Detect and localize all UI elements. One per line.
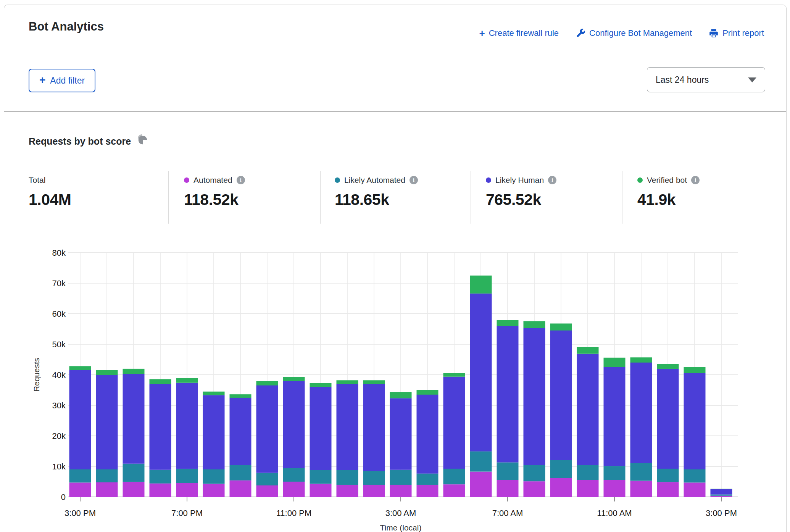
- bar-segment-likely-automated[interactable]: [96, 469, 118, 482]
- bar-segment-likely-human[interactable]: [96, 375, 118, 469]
- bar-segment-automated[interactable]: [283, 482, 305, 497]
- bar-segment-likely-automated[interactable]: [176, 469, 198, 483]
- bar-segment-verified-bot[interactable]: [363, 380, 385, 384]
- bar-segment-likely-automated[interactable]: [711, 495, 732, 496]
- bar-segment-verified-bot[interactable]: [123, 369, 145, 374]
- bar-segment-automated[interactable]: [390, 485, 412, 497]
- bar-segment-likely-automated[interactable]: [684, 469, 706, 482]
- bar-segment-verified-bot[interactable]: [230, 394, 252, 398]
- bar-segment-likely-automated[interactable]: [337, 470, 358, 485]
- bar-segment-likely-automated[interactable]: [657, 469, 679, 482]
- bar-segment-likely-automated[interactable]: [577, 465, 599, 480]
- bar-segment-likely-human[interactable]: [230, 398, 252, 465]
- bar-segment-verified-bot[interactable]: [604, 358, 626, 367]
- bar-segment-verified-bot[interactable]: [630, 357, 652, 363]
- bar-segment-likely-human[interactable]: [684, 373, 706, 469]
- bar-segment-likely-automated[interactable]: [550, 460, 572, 478]
- bar-segment-likely-automated[interactable]: [604, 466, 626, 480]
- bar-segment-automated[interactable]: [524, 481, 545, 497]
- bar-segment-likely-human[interactable]: [604, 367, 626, 466]
- bar-segment-likely-human[interactable]: [417, 395, 439, 474]
- bar-segment-verified-bot[interactable]: [176, 378, 198, 383]
- bar-segment-likely-human[interactable]: [577, 354, 599, 465]
- bar-segment-verified-bot[interactable]: [497, 320, 519, 326]
- bar-segment-likely-automated[interactable]: [230, 465, 252, 480]
- bar-segment-automated[interactable]: [497, 480, 519, 497]
- bar-segment-likely-human[interactable]: [470, 293, 492, 451]
- bar-segment-likely-automated[interactable]: [524, 465, 545, 481]
- bar-segment-automated[interactable]: [684, 482, 706, 497]
- bar-segment-automated[interactable]: [123, 482, 145, 497]
- bar-segment-automated[interactable]: [203, 484, 225, 497]
- bar-segment-automated[interactable]: [150, 484, 171, 497]
- bar-segment-likely-human[interactable]: [203, 395, 225, 469]
- bar-segment-verified-bot[interactable]: [684, 367, 706, 373]
- bar-segment-likely-human[interactable]: [711, 489, 732, 494]
- bar-segment-automated[interactable]: [256, 485, 278, 497]
- bar-segment-likely-automated[interactable]: [363, 471, 385, 485]
- bar-segment-verified-bot[interactable]: [256, 381, 278, 385]
- bar-segment-verified-bot[interactable]: [470, 276, 492, 293]
- bar-segment-verified-bot[interactable]: [577, 347, 599, 354]
- bar-segment-verified-bot[interactable]: [657, 364, 679, 369]
- bar-segment-likely-automated[interactable]: [150, 470, 171, 484]
- bar-segment-verified-bot[interactable]: [310, 383, 332, 387]
- bar-segment-verified-bot[interactable]: [150, 379, 171, 384]
- bar-segment-likely-human[interactable]: [310, 387, 332, 470]
- bar-segment-likely-automated[interactable]: [203, 469, 225, 484]
- bar-segment-verified-bot[interactable]: [283, 377, 305, 381]
- bar-segment-verified-bot[interactable]: [390, 392, 412, 398]
- bar-segment-likely-human[interactable]: [497, 326, 519, 463]
- bar-segment-likely-automated[interactable]: [283, 468, 305, 482]
- bar-segment-likely-human[interactable]: [256, 385, 278, 473]
- bar-segment-verified-bot[interactable]: [203, 392, 225, 395]
- bar-segment-likely-automated[interactable]: [123, 464, 145, 482]
- bar-segment-verified-bot[interactable]: [550, 324, 572, 330]
- bar-segment-likely-human[interactable]: [550, 330, 572, 460]
- bar-segment-verified-bot[interactable]: [524, 321, 545, 328]
- bar-segment-automated[interactable]: [363, 485, 385, 497]
- bar-segment-verified-bot[interactable]: [96, 370, 118, 375]
- bar-segment-automated[interactable]: [711, 496, 732, 497]
- bar-segment-automated[interactable]: [550, 478, 572, 497]
- bar-segment-automated[interactable]: [470, 472, 492, 497]
- requests-by-bot-score-chart[interactable]: 010k20k30k40k50k60k70k80k3:00 PM7:00 PM1…: [0, 0, 790, 532]
- bar-segment-likely-automated[interactable]: [390, 470, 412, 485]
- bar-segment-automated[interactable]: [657, 482, 679, 497]
- bar-segment-likely-human[interactable]: [657, 369, 679, 469]
- bar-segment-likely-human[interactable]: [176, 383, 198, 469]
- bar-segment-automated[interactable]: [577, 480, 599, 497]
- bar-segment-likely-automated[interactable]: [417, 474, 439, 485]
- bar-segment-likely-automated[interactable]: [310, 470, 332, 484]
- bar-segment-likely-automated[interactable]: [443, 469, 465, 484]
- bar-segment-verified-bot[interactable]: [443, 373, 465, 377]
- bar-segment-likely-automated[interactable]: [470, 451, 492, 472]
- bar-segment-likely-automated[interactable]: [630, 463, 652, 481]
- bar-segment-automated[interactable]: [96, 482, 118, 497]
- bar-segment-likely-human[interactable]: [524, 328, 545, 465]
- bar-segment-likely-human[interactable]: [630, 363, 652, 463]
- bar-segment-verified-bot[interactable]: [69, 366, 91, 370]
- bar-segment-likely-automated[interactable]: [256, 473, 278, 485]
- bar-segment-automated[interactable]: [337, 485, 358, 497]
- bar-segment-likely-human[interactable]: [443, 377, 465, 469]
- bar-segment-automated[interactable]: [69, 482, 91, 497]
- bar-segment-likely-human[interactable]: [363, 384, 385, 471]
- bar-segment-automated[interactable]: [176, 483, 198, 497]
- bar-segment-automated[interactable]: [417, 485, 439, 497]
- bar-segment-likely-human[interactable]: [123, 374, 145, 464]
- bar-segment-likely-automated[interactable]: [69, 469, 91, 482]
- bar-segment-automated[interactable]: [443, 484, 465, 497]
- bar-segment-automated[interactable]: [604, 480, 626, 497]
- bar-segment-likely-human[interactable]: [390, 398, 412, 470]
- bar-segment-likely-human[interactable]: [69, 370, 91, 469]
- bar-segment-likely-human[interactable]: [337, 384, 358, 470]
- bar-segment-likely-human[interactable]: [283, 381, 305, 468]
- bar-segment-verified-bot[interactable]: [417, 390, 439, 395]
- bar-segment-automated[interactable]: [630, 481, 652, 497]
- bar-segment-verified-bot[interactable]: [337, 380, 358, 384]
- bar-segment-likely-human[interactable]: [150, 384, 171, 470]
- bar-segment-likely-automated[interactable]: [497, 463, 519, 480]
- bar-segment-automated[interactable]: [230, 480, 252, 497]
- bar-segment-automated[interactable]: [310, 484, 332, 497]
